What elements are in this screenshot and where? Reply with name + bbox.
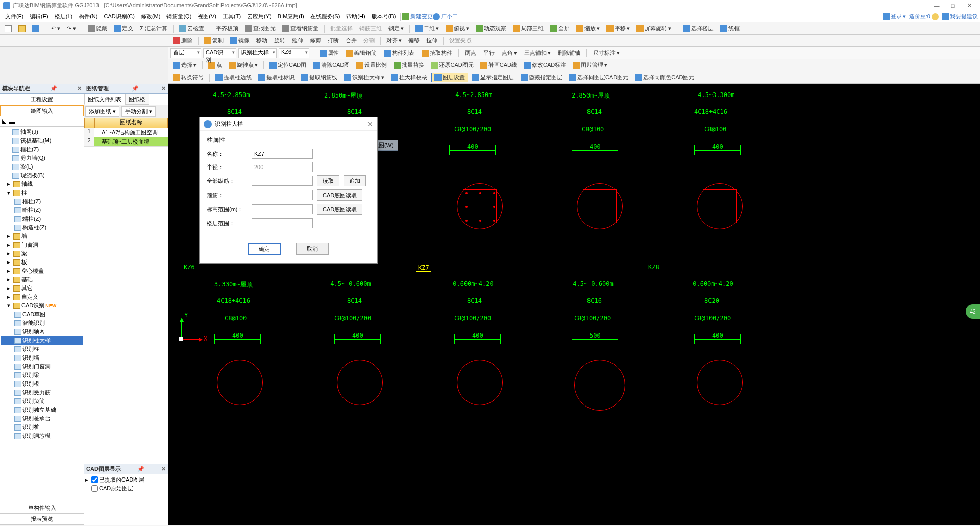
menu-item[interactable]: CAD识别(C) [101, 13, 138, 20]
pic-mgr-button[interactable]: 图片管理 ▾ [570, 60, 610, 70]
rotate-button[interactable]: 屏幕旋转 ▾ [634, 23, 674, 33]
menu-item[interactable]: 帮助(H) [343, 13, 368, 20]
suggest-button[interactable]: 我要提建议 [942, 13, 978, 20]
offset-button[interactable]: 偏移 [406, 36, 422, 45]
tree-item[interactable]: 暗柱(Z) [1, 206, 83, 214]
align-top-button[interactable]: 平齐板顶 [213, 23, 241, 33]
draw-cad-button[interactable]: 补画CAD线 [478, 60, 520, 70]
menu-item[interactable]: 工具(T) [219, 13, 244, 20]
tree-item[interactable]: 梁(L) [1, 162, 83, 171]
merge-button[interactable]: 合并 [343, 36, 359, 45]
batch-replace-button[interactable]: 批量替换 [391, 60, 427, 70]
tree-item[interactable]: 识别梁 [1, 371, 83, 379]
comp-list-button[interactable]: 构件列表 [381, 48, 417, 58]
layer-item[interactable]: ▸已提取的CAD图层 [85, 475, 167, 484]
sel-layer-button[interactable]: 选择同图层CAD图元 [567, 73, 631, 82]
tree-item[interactable]: 识别门窗洞 [1, 362, 83, 371]
tree-item[interactable]: 识别桩承台 [1, 414, 83, 423]
hide-layer-button[interactable]: 隐藏指定图层 [518, 73, 565, 82]
tree-item[interactable]: ▸其它 [1, 284, 83, 293]
pick-comp-button[interactable]: 拾取构件 [419, 48, 455, 58]
layer-set-button[interactable]: 图层设置 [431, 73, 468, 82]
layer-item[interactable]: CAD原始图层 [85, 484, 167, 493]
menu-item[interactable]: 文件(F) [2, 13, 27, 20]
new-icon[interactable] [2, 24, 14, 33]
notification-bubble[interactable]: 42 [966, 304, 980, 319]
cad-viewport[interactable]: -4.5~2.850m2.850m~屋顶-4.5~2.850m2.850m~屋顶… [168, 84, 980, 525]
select-floor-button[interactable]: 选择楼层 [680, 23, 716, 33]
2d-button[interactable]: 二维 ▾ [413, 23, 442, 33]
mirror-button[interactable]: 镜像 [228, 36, 252, 45]
tree-item[interactable]: ▸门窗洞 [1, 241, 83, 249]
stretch-button[interactable]: 拉伸 [424, 36, 440, 45]
type-combo[interactable]: 识别柱大样 [238, 48, 277, 58]
tree-item[interactable]: 筏板基础(M) [1, 136, 83, 145]
minimize-icon[interactable]: — [929, 1, 944, 10]
dyn-view-button[interactable]: 动态观察 [473, 23, 509, 33]
menu-item[interactable]: 构件(N) [76, 13, 101, 20]
expand-icon[interactable]: ◣ [2, 118, 6, 125]
layer-checkbox[interactable] [91, 485, 98, 492]
tree-item[interactable]: ▸梁 [1, 249, 83, 258]
menu-item[interactable]: 在线服务(S) [307, 13, 344, 20]
cad-read-button[interactable]: CAD底图读取 [317, 189, 362, 201]
save-icon[interactable] [30, 24, 42, 33]
del-aux-button[interactable]: 删除辅轴 [555, 48, 583, 58]
floor-combo[interactable]: 首层 [170, 48, 201, 58]
menu-item[interactable]: 钢筋量(Q) [163, 13, 194, 20]
tab-floor[interactable]: 图纸楼 [125, 94, 149, 105]
move-button[interactable]: 移动 [254, 36, 270, 45]
tree-item[interactable]: 识别柱大样 [1, 336, 83, 345]
extend-button[interactable]: 延伸 [289, 36, 306, 45]
tree-item[interactable]: 识别柱 [1, 345, 83, 353]
grip-button[interactable]: 设置夹点 [447, 36, 474, 45]
local-3d-button[interactable]: 局部三维 [510, 23, 546, 33]
menu-item[interactable]: BIM应用(I) [275, 13, 307, 20]
user-button[interactable]: 广小二 [433, 13, 458, 20]
rot-point-button[interactable]: 旋转点 ▾ [226, 60, 260, 70]
tree-item[interactable]: 框柱(Z) [1, 197, 83, 206]
tree-item[interactable]: CAD草图 [1, 310, 83, 319]
batch-select-button[interactable]: 批量选择 [328, 23, 355, 33]
tree-item[interactable]: 框柱(Z) [1, 145, 83, 154]
set-scale-button[interactable]: 设置比例 [354, 60, 389, 70]
delete-button[interactable]: 删除 [170, 36, 195, 45]
view-rebar-button[interactable]: 查看钢筋量 [280, 23, 321, 33]
ok-button[interactable]: 确定 [248, 243, 281, 255]
open-icon[interactable] [16, 24, 28, 33]
tree-item[interactable]: 识别板 [1, 379, 83, 388]
extract-rebar-button[interactable]: 提取钢筋线 [299, 73, 340, 82]
wireframe-button[interactable]: 线框 [718, 23, 742, 33]
redo-icon[interactable]: ↷ ▾ [64, 24, 79, 33]
tree-item[interactable]: ▾CAD识别 NEW [1, 301, 83, 310]
dim-button[interactable]: 尺寸标注 ▾ [591, 48, 622, 58]
read-button[interactable]: 读取 [317, 175, 339, 186]
cancel-button[interactable]: 取消 [296, 243, 329, 255]
extract-mark-button[interactable]: 提取柱标识 [256, 73, 297, 82]
tree-item[interactable]: 识别洞芯模 [1, 432, 83, 440]
sel-color-button[interactable]: 选择同颜色CAD图元 [632, 73, 697, 82]
tree-item[interactable]: 端柱(Z) [1, 214, 83, 223]
manual-split-button[interactable]: 手动分割 ▾ [121, 106, 156, 117]
tree-item[interactable]: 识别墙 [1, 353, 83, 362]
parallel-button[interactable]: 平行 [481, 48, 497, 58]
stirrup-input[interactable] [252, 190, 313, 200]
menu-item[interactable]: 版本号(B) [369, 13, 399, 20]
coin-label[interactable]: 造价豆:0 [909, 13, 939, 20]
project-settings-button[interactable]: 工程设置 [0, 94, 84, 105]
zoom-button[interactable]: 缩放 ▾ [574, 23, 602, 33]
cad-combo[interactable]: CAD识别 [203, 48, 236, 58]
fullscreen-button[interactable]: 全屏 [548, 23, 572, 33]
single-comp-button[interactable]: 单构件输入 [0, 503, 84, 514]
new-change-button[interactable]: 新建变更 [402, 13, 433, 20]
layer-checkbox[interactable] [91, 476, 98, 483]
login-link[interactable]: 登录 ▾ [883, 13, 906, 20]
append-button[interactable]: 追加 [344, 175, 366, 186]
panel-close-icon[interactable]: ✕ [77, 85, 82, 92]
report-preview-button[interactable]: 报表预览 [0, 514, 84, 525]
mod-cad-button[interactable]: 修改CAD标注 [521, 60, 569, 70]
cad-read-button[interactable]: CAD底图读取 [317, 204, 362, 215]
floor-range-input[interactable] [252, 218, 313, 228]
align-button[interactable]: 对齐 ▾ [384, 36, 404, 45]
menu-item[interactable]: 修改(M) [138, 13, 164, 20]
